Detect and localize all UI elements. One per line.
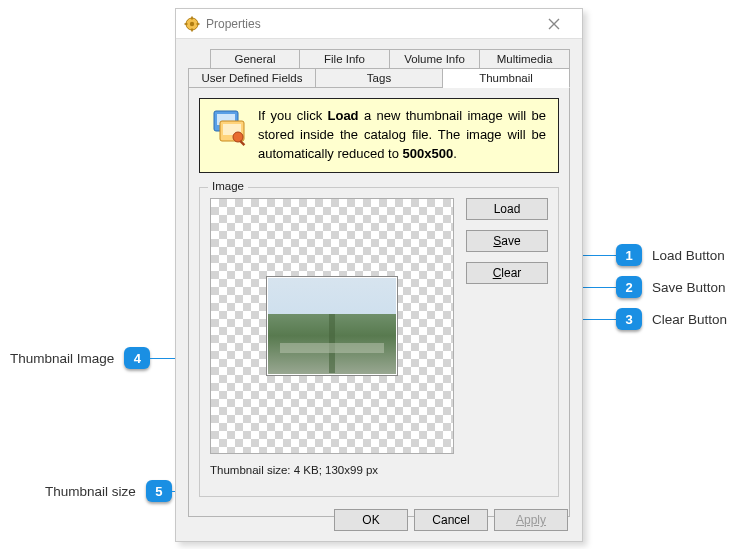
- callout-3-label: Clear Button: [652, 312, 727, 327]
- tabs: General File Info Volume Info Multimedia…: [188, 49, 570, 88]
- svg-point-1: [190, 21, 194, 25]
- callout-1-bubble: 1: [616, 244, 642, 266]
- callout-3-bubble: 3: [616, 308, 642, 330]
- window-title: Properties: [206, 17, 261, 31]
- clear-button[interactable]: Clear: [466, 262, 548, 284]
- apply-button[interactable]: Apply: [494, 509, 568, 531]
- titlebar[interactable]: Properties: [176, 9, 582, 39]
- properties-dialog: Properties General File Info Volume Info…: [175, 8, 583, 542]
- tab-tags[interactable]: Tags: [316, 68, 443, 88]
- tab-file-info[interactable]: File Info: [300, 49, 390, 68]
- ok-button[interactable]: OK: [334, 509, 408, 531]
- callout-2-bubble: 2: [616, 276, 642, 298]
- close-button[interactable]: [534, 9, 574, 39]
- info-box: If you click Load a new thumbnail image …: [199, 98, 559, 173]
- thumbnail-size-label: Thumbnail size: 4 KB; 130x99 px: [210, 464, 548, 476]
- thumbnail-image: [266, 276, 398, 376]
- callout-5-bubble: 5: [146, 480, 172, 502]
- image-group: Image Load Save Clear Thumbnail size: 4 …: [199, 187, 559, 497]
- tab-panel-thumbnail: If you click Load a new thumbnail image …: [188, 87, 570, 517]
- app-icon: [184, 16, 200, 32]
- pictures-icon: [208, 107, 248, 147]
- tab-user-defined-fields[interactable]: User Defined Fields: [188, 68, 316, 88]
- svg-rect-5: [197, 23, 200, 25]
- svg-rect-2: [191, 16, 193, 19]
- cancel-button[interactable]: Cancel: [414, 509, 488, 531]
- callout-1-label: Load Button: [652, 248, 725, 263]
- svg-rect-3: [191, 28, 193, 31]
- tab-multimedia[interactable]: Multimedia: [480, 49, 570, 68]
- tab-thumbnail[interactable]: Thumbnail: [443, 68, 570, 88]
- svg-rect-4: [185, 23, 188, 25]
- callout-4-label: Thumbnail Image: [10, 351, 114, 366]
- thumbnail-preview-area: [210, 198, 454, 454]
- info-text: If you click Load a new thumbnail image …: [258, 107, 546, 164]
- tab-volume-info[interactable]: Volume Info: [390, 49, 480, 68]
- load-button[interactable]: Load: [466, 198, 548, 220]
- callout-2-label: Save Button: [652, 280, 726, 295]
- callout-5-label: Thumbnail size: [45, 484, 136, 499]
- tab-general[interactable]: General: [210, 49, 300, 68]
- save-button[interactable]: Save: [466, 230, 548, 252]
- image-group-title: Image: [208, 180, 248, 192]
- callout-4-bubble: 4: [124, 347, 150, 369]
